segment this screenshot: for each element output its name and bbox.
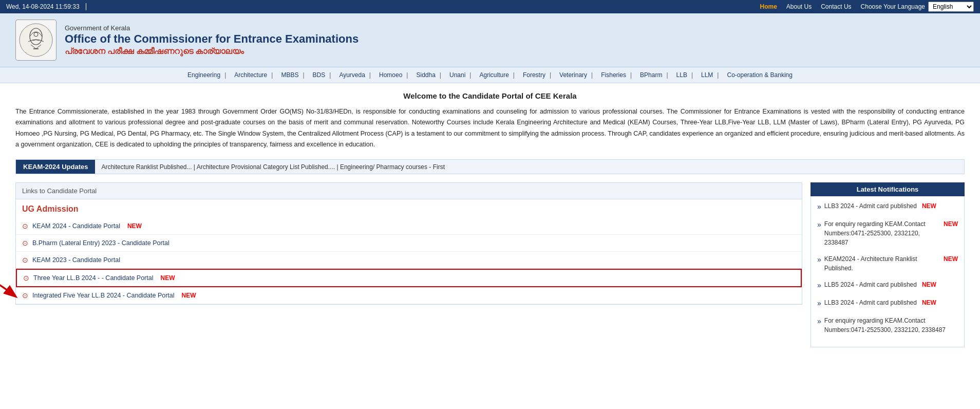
- nav-item-fisheries[interactable]: Fisheries: [597, 70, 636, 80]
- notification-item-3: »LLB5 2024 - Admit card published NEW: [817, 280, 958, 291]
- nav-item-ayurveda[interactable]: Ayurveda: [335, 70, 375, 80]
- portal-link-arrow-icon: ⊙: [22, 222, 28, 230]
- gov-name: Government of Kerala: [65, 24, 359, 32]
- portal-link-arrow-icon: ⊙: [22, 291, 28, 300]
- portal-link-item-0[interactable]: ⊙KEAM 2024 - Candidate PortalNEW: [16, 218, 802, 235]
- language-dropdown[interactable]: English Malayalam: [928, 2, 974, 12]
- two-column-layout: Links to Candidate Portal UG Admission ⊙…: [15, 182, 965, 347]
- notif-arrow-icon: »: [817, 201, 821, 212]
- updates-label: KEAM-2024 Updates: [16, 160, 95, 174]
- org-title-malayalam: പ്രവേശന പരീക്ഷ കമ്മീഷണറുടെ കാര്യാലയം: [65, 47, 359, 56]
- nav-item-mbbs[interactable]: MBBS: [277, 70, 308, 80]
- notif-new-badge: NEW: [922, 280, 936, 291]
- notif-new-badge: NEW: [944, 254, 958, 273]
- portal-link-item-4[interactable]: ⊙Integrated Five Year LL.B 2024 - Candid…: [16, 287, 802, 304]
- portal-link-text: Three Year LL.B 2024 - - Candidate Porta…: [33, 274, 153, 282]
- top-bar: Wed, 14-08-2024 11:59:33 Home About Us C…: [0, 0, 980, 13]
- portal-link-text: Integrated Five Year LL.B 2024 - Candida…: [32, 292, 175, 299]
- notification-item-4: »LLB3 2024 - Admit card published NEW: [817, 298, 958, 309]
- nav-contact[interactable]: Contact Us: [821, 3, 851, 10]
- portal-links-list: ⊙KEAM 2024 - Candidate PortalNEW⊙B.Pharm…: [15, 218, 802, 305]
- org-title: Office of the Commissioner for Entrance …: [65, 32, 359, 47]
- notif-arrow-icon: »: [817, 219, 821, 247]
- new-badge: NEW: [182, 292, 196, 299]
- language-label: Choose Your Language: [861, 3, 925, 10]
- nav-item-llb[interactable]: LLB: [672, 70, 697, 80]
- nav-item-forestry[interactable]: Forestry: [519, 70, 555, 80]
- nav-item-bpharm[interactable]: BPharm: [636, 70, 672, 80]
- latest-notifications-header: Latest Notifications: [811, 182, 965, 196]
- nav-item-unani[interactable]: Unani: [445, 70, 475, 80]
- intro-text: The Entrance Commissionerate, establishe…: [15, 106, 965, 150]
- nav-item-veterinary[interactable]: Veterinary: [555, 70, 597, 80]
- welcome-title: Welcome to the Candidate Portal of CEE K…: [15, 91, 965, 100]
- nav-item-llm[interactable]: LLM: [697, 70, 723, 80]
- ug-admission-title: UG Admission: [15, 199, 802, 218]
- notif-text[interactable]: LLB3 2024 - Admit card published: [824, 201, 917, 212]
- updates-ticker: Architecture Ranklist Published... | Arc…: [95, 160, 964, 174]
- notif-arrow-icon: »: [817, 298, 821, 309]
- notif-text[interactable]: For enquiry regarding KEAM.Contact Numbe…: [824, 316, 958, 334]
- subject-nav-bar: EngineeringArchitectureMBBSBDSAyurvedaHo…: [0, 67, 980, 83]
- nav-item-bds[interactable]: BDS: [309, 70, 335, 80]
- portal-link-arrow-icon: ⊙: [22, 239, 28, 247]
- notif-text[interactable]: For enquiry regarding KEAM.Contact Numbe…: [824, 219, 938, 247]
- language-selector: Choose Your Language English Malayalam: [861, 2, 974, 12]
- notif-new-badge: NEW: [922, 298, 936, 309]
- org-info: Government of Kerala Office of the Commi…: [65, 24, 359, 56]
- logo-area: Government of Kerala Office of the Commi…: [15, 20, 359, 61]
- new-badge: NEW: [127, 222, 142, 230]
- notif-text[interactable]: LLB5 2024 - Admit card published: [824, 280, 917, 291]
- nav-item-agriculture[interactable]: Agriculture: [475, 70, 518, 80]
- portal-link-text: B.Pharm (Lateral Entry) 2023 - Candidate…: [32, 239, 169, 247]
- main-content: Welcome to the Candidate Portal of CEE K…: [0, 83, 980, 356]
- notification-item-1: »For enquiry regarding KEAM.Contact Numb…: [817, 219, 958, 247]
- portal-link-text: KEAM 2023 - Candidate Portal: [32, 256, 120, 264]
- notif-new-badge: NEW: [944, 219, 958, 247]
- notification-item-5: »For enquiry regarding KEAM.Contact Numb…: [817, 316, 958, 334]
- updates-bar: KEAM-2024 Updates Architecture Ranklist …: [15, 159, 965, 174]
- nav-item-siddha[interactable]: Siddha: [412, 70, 445, 80]
- nav-item-homoeo[interactable]: Homoeo: [375, 70, 412, 80]
- top-nav: Home About Us Contact Us Choose Your Lan…: [760, 2, 974, 12]
- kerala-emblem: [15, 20, 56, 61]
- portal-link-text: KEAM 2024 - Candidate Portal: [32, 222, 120, 230]
- nav-item-architecture[interactable]: Architecture: [230, 70, 277, 80]
- candidate-portal-header: Links to Candidate Portal: [15, 182, 802, 199]
- portal-link-item-1[interactable]: ⊙B.Pharm (Lateral Entry) 2023 - Candidat…: [16, 235, 802, 252]
- portal-link-arrow-icon: ⊙: [23, 274, 29, 282]
- nav-item-co-operation-&-banking[interactable]: Co-operation & Banking: [723, 70, 796, 80]
- notif-arrow-icon: »: [817, 316, 821, 334]
- new-badge: NEW: [160, 274, 175, 282]
- notif-text[interactable]: LLB3 2024 - Admit card published: [824, 298, 917, 309]
- site-header: Government of Kerala Office of the Commi…: [0, 13, 980, 67]
- right-panel: Latest Notifications »LLB3 2024 - Admit …: [811, 182, 965, 347]
- nav-items-list: EngineeringArchitectureMBBSBDSAyurvedaHo…: [10, 70, 970, 80]
- nav-home[interactable]: Home: [760, 3, 777, 10]
- notif-text[interactable]: KEAM2024 - Architecture Ranklist Publish…: [824, 254, 938, 273]
- nav-item-engineering[interactable]: Engineering: [183, 70, 230, 80]
- portal-link-item-3[interactable]: ⊙Three Year LL.B 2024 - - Candidate Port…: [16, 269, 802, 287]
- notif-new-badge: NEW: [922, 201, 936, 212]
- notification-item-2: »KEAM2024 - Architecture Ranklist Publis…: [817, 254, 958, 273]
- portal-link-item-2[interactable]: ⊙KEAM 2023 - Candidate Portal: [16, 252, 802, 269]
- datetime: Wed, 14-08-2024 11:59:33: [6, 3, 86, 10]
- notif-arrow-icon: »: [817, 280, 821, 291]
- notifications-list: »LLB3 2024 - Admit card published NEW»Fo…: [811, 196, 965, 347]
- portal-link-arrow-icon: ⊙: [22, 256, 28, 264]
- notification-item-0: »LLB3 2024 - Admit card published NEW: [817, 201, 958, 212]
- left-panel: Links to Candidate Portal UG Admission ⊙…: [15, 182, 802, 347]
- emblem-svg: [18, 22, 54, 58]
- nav-about[interactable]: About Us: [786, 3, 812, 10]
- notif-arrow-icon: »: [817, 254, 821, 273]
